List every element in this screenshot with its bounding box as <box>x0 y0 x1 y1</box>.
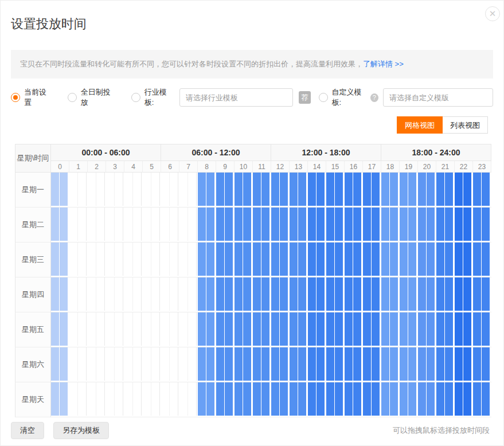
time-cell[interactable] <box>271 347 290 382</box>
half-hour-cell[interactable] <box>298 208 307 241</box>
time-cell[interactable] <box>455 382 473 417</box>
half-hour-cell[interactable] <box>418 242 427 276</box>
half-hour-cell[interactable] <box>363 382 372 416</box>
half-hour-cell[interactable] <box>124 277 133 311</box>
time-cell[interactable] <box>381 312 400 347</box>
half-hour-cell[interactable] <box>198 312 206 346</box>
half-hour-cell[interactable] <box>235 277 243 311</box>
half-hour-cell[interactable] <box>363 347 372 381</box>
half-hour-cell[interactable] <box>198 242 206 276</box>
half-hour-cell[interactable] <box>151 277 160 311</box>
half-hour-cell[interactable] <box>225 312 233 346</box>
half-hour-cell[interactable] <box>473 312 482 346</box>
radio-full-day[interactable]: 全日制投放 <box>68 87 115 108</box>
half-hour-cell[interactable] <box>271 312 280 346</box>
half-hour-cell[interactable] <box>381 277 390 311</box>
half-hour-cell[interactable] <box>206 382 215 416</box>
time-cell[interactable] <box>418 242 436 277</box>
half-hour-cell[interactable] <box>133 277 142 311</box>
half-hour-cell[interactable] <box>317 173 325 206</box>
half-hour-cell[interactable] <box>243 312 252 346</box>
time-cell[interactable] <box>345 277 363 312</box>
half-hour-cell[interactable] <box>436 208 445 241</box>
half-hour-cell[interactable] <box>455 242 463 276</box>
time-cell[interactable] <box>88 173 106 208</box>
half-hour-cell[interactable] <box>225 242 233 276</box>
half-hour-cell[interactable] <box>88 312 96 346</box>
half-hour-cell[interactable] <box>308 277 317 311</box>
half-hour-cell[interactable] <box>445 208 454 241</box>
half-hour-cell[interactable] <box>78 312 87 346</box>
time-cell[interactable] <box>161 173 179 208</box>
half-hour-cell[interactable] <box>115 173 123 206</box>
half-hour-cell[interactable] <box>482 242 490 276</box>
half-hour-cell[interactable] <box>408 242 417 276</box>
half-hour-cell[interactable] <box>345 173 353 206</box>
half-hour-cell[interactable] <box>271 242 280 276</box>
half-hour-cell[interactable] <box>143 242 151 276</box>
time-cell[interactable] <box>363 242 381 277</box>
tab-grid-view[interactable]: 网格视图 <box>397 116 443 134</box>
half-hour-cell[interactable] <box>290 242 298 276</box>
half-hour-cell[interactable] <box>253 208 261 241</box>
time-cell[interactable] <box>326 382 345 417</box>
half-hour-cell[interactable] <box>161 277 170 311</box>
half-hour-cell[interactable] <box>69 347 78 381</box>
time-cell[interactable] <box>400 208 418 242</box>
time-cell[interactable] <box>253 208 271 242</box>
time-cell[interactable] <box>455 242 473 277</box>
half-hour-cell[interactable] <box>78 173 87 206</box>
time-cell[interactable] <box>69 277 88 312</box>
half-hour-cell[interactable] <box>143 208 151 241</box>
half-hour-cell[interactable] <box>115 382 123 416</box>
time-cell[interactable] <box>400 242 418 277</box>
time-cell[interactable] <box>51 173 69 208</box>
time-cell[interactable] <box>345 347 363 382</box>
time-cell[interactable] <box>216 382 235 417</box>
half-hour-cell[interactable] <box>69 312 78 346</box>
half-hour-cell[interactable] <box>298 312 307 346</box>
half-hour-cell[interactable] <box>115 242 123 276</box>
half-hour-cell[interactable] <box>69 277 78 311</box>
half-hour-cell[interactable] <box>216 347 225 381</box>
half-hour-cell[interactable] <box>335 242 343 276</box>
learn-more-link[interactable]: 了解详情 >> <box>363 60 404 68</box>
half-hour-cell[interactable] <box>151 242 160 276</box>
time-cell[interactable] <box>253 382 271 417</box>
time-cell[interactable] <box>198 312 216 347</box>
time-cell[interactable] <box>473 312 491 347</box>
half-hour-cell[interactable] <box>335 208 343 241</box>
half-hour-cell[interactable] <box>124 242 133 276</box>
time-cell[interactable] <box>290 173 308 208</box>
half-hour-cell[interactable] <box>143 382 151 416</box>
half-hour-cell[interactable] <box>69 382 78 416</box>
half-hour-cell[interactable] <box>445 277 454 311</box>
half-hour-cell[interactable] <box>400 312 408 346</box>
half-hour-cell[interactable] <box>161 242 170 276</box>
time-cell[interactable] <box>124 173 143 208</box>
time-cell[interactable] <box>345 173 363 208</box>
half-hour-cell[interactable] <box>170 242 178 276</box>
time-cell[interactable] <box>363 347 381 382</box>
half-hour-cell[interactable] <box>253 242 261 276</box>
half-hour-cell[interactable] <box>261 382 270 416</box>
half-hour-cell[interactable] <box>345 347 353 381</box>
half-hour-cell[interactable] <box>381 347 390 381</box>
half-hour-cell[interactable] <box>436 382 445 416</box>
time-cell[interactable] <box>418 277 436 312</box>
half-hour-cell[interactable] <box>280 173 288 206</box>
time-cell[interactable] <box>51 347 69 382</box>
half-hour-cell[interactable] <box>381 382 390 416</box>
half-hour-cell[interactable] <box>225 173 233 206</box>
half-hour-cell[interactable] <box>473 277 482 311</box>
half-hour-cell[interactable] <box>216 208 225 241</box>
time-cell[interactable] <box>326 277 345 312</box>
half-hour-cell[interactable] <box>88 347 96 381</box>
time-cell[interactable] <box>179 173 198 208</box>
time-cell[interactable] <box>418 382 436 417</box>
half-hour-cell[interactable] <box>436 347 445 381</box>
half-hour-cell[interactable] <box>206 173 215 206</box>
half-hour-cell[interactable] <box>124 208 133 241</box>
half-hour-cell[interactable] <box>133 382 142 416</box>
time-cell[interactable] <box>198 173 216 208</box>
